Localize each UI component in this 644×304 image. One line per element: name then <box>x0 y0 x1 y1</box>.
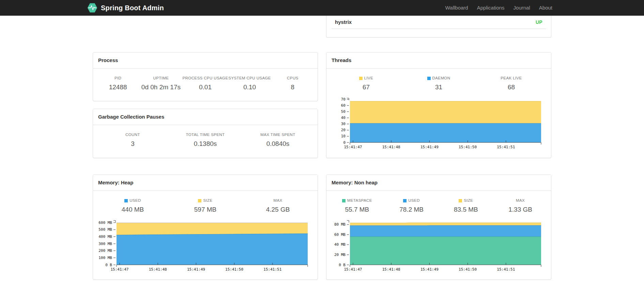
metric-label-text: UPTIME <box>153 76 169 80</box>
heap-metrics: USED 440 MB SIZE 597 MB MAX 4.25 GB <box>93 191 318 217</box>
metric-nonheap-size: SIZE 83.5 MB <box>439 198 493 213</box>
metric-nonheap-max: MAX 1.33 GB <box>493 198 548 213</box>
svg-text:15:41:51: 15:41:51 <box>497 145 515 149</box>
metric-label: USED <box>96 198 169 203</box>
svg-text:60: 60 <box>341 103 346 108</box>
metric-label-text: MAX <box>516 198 525 203</box>
legend-swatch-live <box>359 77 363 80</box>
metric-label: USED <box>384 198 439 203</box>
legend-swatch-daemon <box>427 77 431 80</box>
metric-label-text: SYSTEM CPU USAGE <box>228 76 271 80</box>
svg-text:0 B: 0 B <box>339 263 346 267</box>
metric-gc-max-time: MAX TIME SPENT 0.0840s <box>242 133 314 147</box>
metric-label: MAX <box>493 198 548 203</box>
svg-text:80 MB: 80 MB <box>334 222 346 227</box>
metric-label: PROCESS CPU USAGE <box>183 76 228 80</box>
metric-value: 0.1380s <box>169 140 242 147</box>
metric-label-text: COUNT <box>125 133 140 137</box>
metric-value: 31 <box>402 83 475 91</box>
metric-heap-size: SIZE 597 MB <box>169 198 242 213</box>
metric-gc-total-time: TOTAL TIME SPENT 0.1380s <box>169 133 242 147</box>
svg-text:30: 30 <box>341 122 346 126</box>
metric-label: SIZE <box>439 198 493 203</box>
metric-label-text: PROCESS CPU USAGE <box>183 76 228 80</box>
top-navbar: Spring Boot Admin Wallboard Applications… <box>0 0 644 16</box>
metric-value: 440 MB <box>96 206 169 213</box>
status-badge: UP <box>536 19 542 25</box>
metric-value: 0.0840s <box>242 140 314 147</box>
navbar-links: Wallboard Applications Journal About <box>441 0 557 16</box>
memory-nonheap-panel-title: Memory: Non heap <box>326 175 551 191</box>
svg-text:200 MB: 200 MB <box>98 248 112 253</box>
threads-metrics: LIVE 67 DAEMON 31 PEAK LIVE 68 <box>326 69 551 95</box>
svg-text:100 MB: 100 MB <box>98 256 112 260</box>
svg-text:600 MB: 600 MB <box>98 221 112 225</box>
svg-text:50: 50 <box>341 109 346 114</box>
spacer <box>93 16 318 52</box>
metric-label-text: CPUS <box>287 76 298 80</box>
metric-label: UPTIME <box>139 76 182 80</box>
svg-text:15:41:51: 15:41:51 <box>497 267 515 272</box>
metric-label-text: SIZE <box>203 198 212 203</box>
health-indicator-name[interactable]: hystrix <box>335 19 352 25</box>
metric-label: TOTAL TIME SPENT <box>169 133 242 137</box>
memory-nonheap-panel: Memory: Non heap METASPACE 55.7 MB USED … <box>326 174 551 280</box>
svg-text:15:41:48: 15:41:48 <box>149 267 167 272</box>
metric-label: PEAK LIVE <box>475 76 548 80</box>
nav-item-about[interactable]: About <box>535 0 557 16</box>
nav-item-wallboard[interactable]: Wallboard <box>441 0 473 16</box>
svg-text:15:41:50: 15:41:50 <box>459 145 477 149</box>
metric-cpus: CPUS 8 <box>271 76 314 91</box>
memory-heap-panel-title: Memory: Heap <box>93 175 318 191</box>
svg-text:15:41:49: 15:41:49 <box>420 267 439 272</box>
health-row-hystrix[interactable]: hystrix UP <box>332 16 546 29</box>
spring-boot-admin-logo-icon <box>87 3 97 13</box>
metric-label: LIVE <box>330 76 402 80</box>
svg-text:15:41:47: 15:41:47 <box>344 267 362 272</box>
metric-label: SYSTEM CPU USAGE <box>228 76 271 80</box>
health-panel: hystrix UP <box>326 16 551 37</box>
threads-panel: Threads LIVE 67 DAEMON 31 PEAK LIVE 68 0… <box>326 52 551 158</box>
nav-item-applications[interactable]: Applications <box>473 0 509 16</box>
threads-chart: 01020304050607015:41:4715:41:4815:41:491… <box>327 95 551 153</box>
metric-threads-peak-live: PEAK LIVE 68 <box>475 76 548 91</box>
svg-text:40: 40 <box>341 116 346 120</box>
svg-text:300 MB: 300 MB <box>98 242 112 246</box>
metric-label-text: MAX <box>273 198 282 203</box>
metric-threads-live: LIVE 67 <box>330 76 402 91</box>
metric-heap-max: MAX 4.25 GB <box>242 198 314 213</box>
brand-link[interactable]: Spring Boot Admin <box>87 3 164 13</box>
metric-value: 78.2 MB <box>384 206 439 213</box>
gc-panel: Garbage Collection Pauses COUNT 3 TOTAL … <box>93 109 318 158</box>
metric-value: 0d 0h 2m 17s <box>139 83 182 91</box>
svg-text:20 MB: 20 MB <box>334 253 346 257</box>
svg-text:0 B: 0 B <box>105 263 112 267</box>
svg-text:15:41:50: 15:41:50 <box>225 267 243 272</box>
metric-label: MAX TIME SPENT <box>242 133 314 137</box>
metric-value: 4.25 GB <box>242 206 314 213</box>
svg-text:0: 0 <box>343 140 346 145</box>
metric-label-text: USED <box>129 198 141 203</box>
metric-label-text: TOTAL TIME SPENT <box>186 133 225 137</box>
metric-label: COUNT <box>96 133 169 137</box>
metric-value: 83.5 MB <box>439 206 493 213</box>
metric-label: SIZE <box>169 198 242 203</box>
memory-heap-chart: 0 B100 MB200 MB300 MB400 MB500 MB600 MB1… <box>93 218 317 275</box>
nonheap-metrics: METASPACE 55.7 MB USED 78.2 MB SIZE 83.5… <box>326 191 551 217</box>
svg-text:500 MB: 500 MB <box>98 227 112 232</box>
svg-text:40 MB: 40 MB <box>334 242 346 247</box>
metric-label-text: PEAK LIVE <box>501 76 522 80</box>
left-column: Process PID 12488 UPTIME 0d 0h 2m 17s PR… <box>93 16 318 280</box>
nav-item-journal[interactable]: Journal <box>509 0 535 16</box>
gc-panel-title: Garbage Collection Pauses <box>93 109 318 125</box>
metric-uptime: UPTIME 0d 0h 2m 17s <box>139 76 182 91</box>
process-panel: Process PID 12488 UPTIME 0d 0h 2m 17s PR… <box>93 52 318 101</box>
svg-text:15:41:47: 15:41:47 <box>344 145 362 149</box>
svg-text:15:41:48: 15:41:48 <box>382 145 400 149</box>
metric-label-text: MAX TIME SPENT <box>260 133 295 137</box>
svg-text:15:41:50: 15:41:50 <box>459 267 477 272</box>
memory-heap-panel: Memory: Heap USED 440 MB SIZE 597 MB MAX… <box>93 174 318 280</box>
right-column: hystrix UP Threads LIVE 67 DAEMON 31 PEA… <box>326 16 551 280</box>
threads-panel-title: Threads <box>326 52 551 69</box>
metric-label: PID <box>96 76 139 80</box>
